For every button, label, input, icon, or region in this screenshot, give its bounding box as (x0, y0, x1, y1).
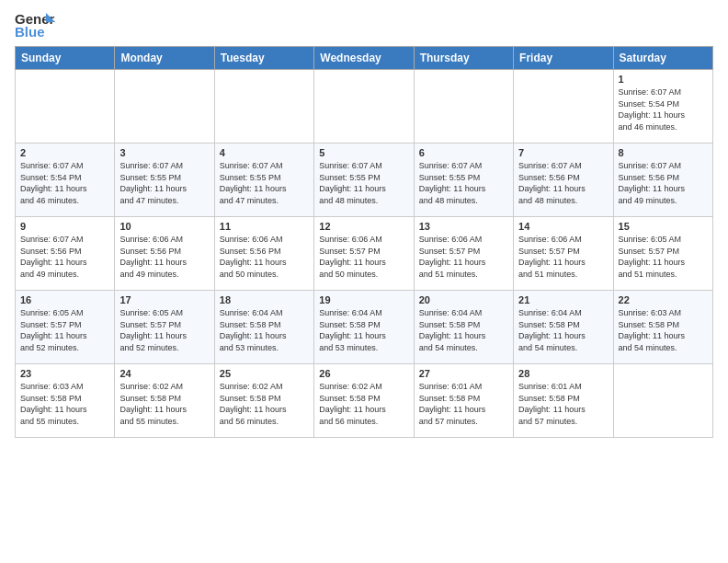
day-cell: 3Sunrise: 6:07 AM Sunset: 5:55 PM Daylig… (115, 144, 214, 217)
day-header-tuesday: Tuesday (214, 47, 313, 70)
day-info: Sunrise: 6:07 AM Sunset: 5:55 PM Dayligh… (220, 160, 309, 206)
header: General Blue (15, 9, 713, 40)
day-info: Sunrise: 6:07 AM Sunset: 5:55 PM Dayligh… (119, 160, 209, 206)
week-row-1: 1Sunrise: 6:07 AM Sunset: 5:54 PM Daylig… (16, 70, 713, 144)
day-cell: 25Sunrise: 6:02 AM Sunset: 5:58 PM Dayli… (214, 364, 313, 438)
day-number: 26 (319, 368, 408, 379)
day-number: 6 (419, 147, 508, 158)
day-cell: 19Sunrise: 6:04 AM Sunset: 5:58 PM Dayli… (314, 291, 414, 364)
day-cell: 13Sunrise: 6:06 AM Sunset: 5:57 PM Dayli… (414, 217, 513, 291)
day-number: 11 (220, 221, 309, 232)
day-cell: 14Sunrise: 6:06 AM Sunset: 5:57 PM Dayli… (514, 217, 613, 291)
day-header-wednesday: Wednesday (314, 47, 414, 70)
day-cell: 8Sunrise: 6:07 AM Sunset: 5:56 PM Daylig… (613, 144, 712, 217)
day-cell: 7Sunrise: 6:07 AM Sunset: 5:56 PM Daylig… (514, 144, 613, 217)
day-cell (414, 70, 513, 144)
day-number: 20 (419, 294, 508, 305)
day-cell (314, 70, 414, 144)
day-cell: 2Sunrise: 6:07 AM Sunset: 5:54 PM Daylig… (16, 144, 115, 217)
day-number: 27 (419, 368, 508, 379)
day-number: 10 (119, 221, 209, 232)
day-cell: 28Sunrise: 6:01 AM Sunset: 5:58 PM Dayli… (514, 364, 613, 438)
calendar-header: SundayMondayTuesdayWednesdayThursdayFrid… (16, 47, 713, 70)
day-number: 16 (20, 294, 109, 305)
day-info: Sunrise: 6:02 AM Sunset: 5:58 PM Dayligh… (319, 381, 408, 427)
day-info: Sunrise: 6:01 AM Sunset: 5:58 PM Dayligh… (419, 381, 508, 427)
logo-icon: General Blue (15, 9, 55, 40)
calendar-table: SundayMondayTuesdayWednesdayThursdayFrid… (15, 46, 713, 438)
header-row: SundayMondayTuesdayWednesdayThursdayFrid… (16, 47, 713, 70)
day-header-saturday: Saturday (613, 47, 712, 70)
day-header-monday: Monday (115, 47, 214, 70)
day-cell (613, 364, 712, 438)
day-info: Sunrise: 6:06 AM Sunset: 5:57 PM Dayligh… (319, 234, 408, 280)
day-number: 8 (619, 147, 708, 158)
day-info: Sunrise: 6:03 AM Sunset: 5:58 PM Dayligh… (20, 381, 109, 427)
week-row-5: 23Sunrise: 6:03 AM Sunset: 5:58 PM Dayli… (16, 364, 713, 438)
day-cell: 22Sunrise: 6:03 AM Sunset: 5:58 PM Dayli… (613, 291, 712, 364)
day-info: Sunrise: 6:07 AM Sunset: 5:55 PM Dayligh… (319, 160, 408, 206)
day-info: Sunrise: 6:07 AM Sunset: 5:54 PM Dayligh… (619, 86, 708, 132)
day-cell: 10Sunrise: 6:06 AM Sunset: 5:56 PM Dayli… (115, 217, 214, 291)
day-info: Sunrise: 6:06 AM Sunset: 5:56 PM Dayligh… (220, 234, 309, 280)
day-number: 17 (119, 294, 209, 305)
day-number: 14 (518, 221, 608, 232)
logo-area: General Blue (15, 9, 57, 40)
day-header-thursday: Thursday (414, 47, 513, 70)
day-cell: 11Sunrise: 6:06 AM Sunset: 5:56 PM Dayli… (214, 217, 313, 291)
day-number: 12 (319, 221, 408, 232)
day-number: 15 (619, 221, 708, 232)
day-cell: 24Sunrise: 6:02 AM Sunset: 5:58 PM Dayli… (115, 364, 214, 438)
day-info: Sunrise: 6:07 AM Sunset: 5:56 PM Dayligh… (518, 160, 608, 206)
calendar-body: 1Sunrise: 6:07 AM Sunset: 5:54 PM Daylig… (16, 70, 713, 438)
day-cell (16, 70, 115, 144)
week-row-2: 2Sunrise: 6:07 AM Sunset: 5:54 PM Daylig… (16, 144, 713, 217)
day-cell: 6Sunrise: 6:07 AM Sunset: 5:55 PM Daylig… (414, 144, 513, 217)
day-cell (514, 70, 613, 144)
day-number: 18 (220, 294, 309, 305)
day-cell: 5Sunrise: 6:07 AM Sunset: 5:55 PM Daylig… (314, 144, 414, 217)
day-info: Sunrise: 6:02 AM Sunset: 5:58 PM Dayligh… (119, 381, 209, 427)
day-cell: 20Sunrise: 6:04 AM Sunset: 5:58 PM Dayli… (414, 291, 513, 364)
day-info: Sunrise: 6:07 AM Sunset: 5:55 PM Dayligh… (419, 160, 508, 206)
day-cell: 15Sunrise: 6:05 AM Sunset: 5:57 PM Dayli… (613, 217, 712, 291)
day-cell: 26Sunrise: 6:02 AM Sunset: 5:58 PM Dayli… (314, 364, 414, 438)
day-info: Sunrise: 6:06 AM Sunset: 5:56 PM Dayligh… (119, 234, 209, 280)
day-number: 4 (220, 147, 309, 158)
day-header-friday: Friday (514, 47, 613, 70)
week-row-4: 16Sunrise: 6:05 AM Sunset: 5:57 PM Dayli… (16, 291, 713, 364)
day-cell: 23Sunrise: 6:03 AM Sunset: 5:58 PM Dayli… (16, 364, 115, 438)
day-cell: 12Sunrise: 6:06 AM Sunset: 5:57 PM Dayli… (314, 217, 414, 291)
day-info: Sunrise: 6:06 AM Sunset: 5:57 PM Dayligh… (518, 234, 608, 280)
day-info: Sunrise: 6:04 AM Sunset: 5:58 PM Dayligh… (220, 307, 309, 353)
day-info: Sunrise: 6:07 AM Sunset: 5:54 PM Dayligh… (20, 160, 109, 206)
day-info: Sunrise: 6:05 AM Sunset: 5:57 PM Dayligh… (619, 234, 708, 280)
day-number: 5 (319, 147, 408, 158)
day-info: Sunrise: 6:04 AM Sunset: 5:58 PM Dayligh… (419, 307, 508, 353)
day-number: 9 (20, 221, 109, 232)
day-number: 2 (20, 147, 109, 158)
day-cell (115, 70, 214, 144)
day-cell: 18Sunrise: 6:04 AM Sunset: 5:58 PM Dayli… (214, 291, 313, 364)
day-number: 23 (20, 368, 109, 379)
day-info: Sunrise: 6:05 AM Sunset: 5:57 PM Dayligh… (20, 307, 109, 353)
day-cell (214, 70, 313, 144)
day-info: Sunrise: 6:03 AM Sunset: 5:58 PM Dayligh… (619, 307, 708, 353)
day-cell: 4Sunrise: 6:07 AM Sunset: 5:55 PM Daylig… (214, 144, 313, 217)
day-number: 25 (220, 368, 309, 379)
day-number: 28 (518, 368, 608, 379)
day-info: Sunrise: 6:04 AM Sunset: 5:58 PM Dayligh… (518, 307, 608, 353)
day-info: Sunrise: 6:04 AM Sunset: 5:58 PM Dayligh… (319, 307, 408, 353)
day-info: Sunrise: 6:01 AM Sunset: 5:58 PM Dayligh… (518, 381, 608, 427)
day-number: 19 (319, 294, 408, 305)
week-row-3: 9Sunrise: 6:07 AM Sunset: 5:56 PM Daylig… (16, 217, 713, 291)
day-number: 3 (119, 147, 209, 158)
day-number: 21 (518, 294, 608, 305)
day-number: 24 (119, 368, 209, 379)
day-info: Sunrise: 6:07 AM Sunset: 5:56 PM Dayligh… (619, 160, 708, 206)
day-number: 7 (518, 147, 608, 158)
svg-text:Blue: Blue (15, 24, 45, 40)
day-info: Sunrise: 6:06 AM Sunset: 5:57 PM Dayligh… (419, 234, 508, 280)
day-number: 13 (419, 221, 508, 232)
day-info: Sunrise: 6:02 AM Sunset: 5:58 PM Dayligh… (220, 381, 309, 427)
